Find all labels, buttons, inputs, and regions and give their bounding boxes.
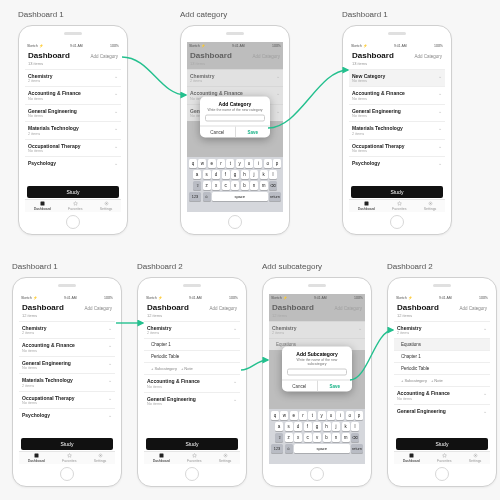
key[interactable]: y: [318, 411, 326, 420]
key[interactable]: ⌫: [351, 433, 359, 442]
key[interactable]: c: [222, 181, 230, 190]
keyboard[interactable]: qwertyuiopasdfghjkl⇧zxcvbnm⌫123☺spaceret…: [187, 157, 283, 212]
key[interactable]: x: [212, 181, 220, 190]
save-button[interactable]: Save: [317, 380, 353, 391]
category-row[interactable]: General Engineering⌄ No items: [144, 392, 240, 410]
add-category-button[interactable]: Add Category: [90, 54, 118, 59]
key[interactable]: t: [226, 159, 234, 168]
tab-dashboard[interactable]: Dashboard: [153, 453, 170, 463]
category-row[interactable]: Occupational Therapy⌄ No items: [25, 139, 121, 157]
cancel-button[interactable]: Cancel: [282, 380, 317, 391]
key[interactable]: v: [313, 433, 321, 442]
key[interactable]: f: [222, 170, 230, 179]
tab-favorites[interactable]: Favorites: [437, 453, 451, 463]
study-button[interactable]: Study: [21, 438, 113, 450]
key[interactable]: n: [250, 181, 258, 190]
category-row[interactable]: Occupational Therapy⌄ No items: [19, 391, 115, 409]
add-note-button[interactable]: + Note: [431, 378, 443, 383]
category-row[interactable]: Accounting & Finance⌄ No items: [349, 86, 445, 104]
tab-dashboard[interactable]: Dashboard: [28, 453, 45, 463]
key[interactable]: q: [271, 411, 279, 420]
category-row[interactable]: Accounting & Finance⌄ No items: [25, 86, 121, 104]
tab-dashboard[interactable]: Dashboard: [34, 201, 51, 211]
key[interactable]: y: [236, 159, 244, 168]
study-button[interactable]: Study: [27, 186, 119, 198]
key[interactable]: g: [231, 170, 239, 179]
key[interactable]: w: [198, 159, 206, 168]
category-row[interactable]: General Engineering⌄ No items: [349, 104, 445, 122]
category-row[interactable]: General Engineering⌄ No items: [25, 104, 121, 122]
tab-settings[interactable]: Settings: [469, 453, 482, 463]
add-category-button[interactable]: Add Category: [84, 306, 112, 311]
key[interactable]: ⌫: [269, 181, 277, 190]
modal-input[interactable]: [205, 114, 265, 121]
add-category-button[interactable]: Add Category: [459, 306, 487, 311]
tab-settings[interactable]: Settings: [219, 453, 232, 463]
add-category-button[interactable]: Add Category: [414, 54, 442, 59]
key[interactable]: 123: [271, 444, 283, 453]
key[interactable]: v: [231, 181, 239, 190]
add-category-button[interactable]: Add Category: [209, 306, 237, 311]
key[interactable]: e: [208, 159, 216, 168]
study-button[interactable]: Study: [396, 438, 488, 450]
key[interactable]: return: [351, 444, 363, 453]
key[interactable]: p: [355, 411, 363, 420]
category-list[interactable]: Chemistry⌄ 2 items Accounting & Finance⌄…: [25, 69, 121, 187]
category-row[interactable]: Chemistry⌄ 2 items: [25, 69, 121, 87]
key[interactable]: r: [299, 411, 307, 420]
add-subcategory-button[interactable]: + Subcategory: [151, 366, 177, 371]
key[interactable]: t: [308, 411, 316, 420]
category-row[interactable]: Chemistry⌄ 2 items: [19, 321, 115, 339]
key[interactable]: o: [346, 411, 354, 420]
key[interactable]: k: [260, 170, 268, 179]
category-list[interactable]: New Category⌄ No items Accounting & Fina…: [349, 69, 445, 187]
category-row[interactable]: Accounting & Finance⌄ No items: [19, 338, 115, 356]
key[interactable]: p: [273, 159, 281, 168]
tab-settings[interactable]: Settings: [424, 201, 437, 211]
key[interactable]: i: [336, 411, 344, 420]
subcategory-row[interactable]: Periodic Table: [144, 350, 240, 362]
subcategory-row[interactable]: Periodic Table: [394, 362, 490, 374]
key[interactable]: h: [323, 422, 331, 431]
tab-favorites[interactable]: Favorites: [392, 201, 406, 211]
key[interactable]: space: [294, 444, 350, 453]
key[interactable]: l: [351, 422, 359, 431]
key[interactable]: return: [269, 192, 281, 201]
category-row[interactable]: General Engineering⌄: [394, 404, 490, 417]
category-row[interactable]: Chemistry⌄ 2 items: [144, 321, 240, 339]
category-list[interactable]: Chemistry⌄ 2 items EquationsChapter 1Per…: [394, 321, 490, 439]
category-row[interactable]: New Category⌄ No items: [349, 69, 445, 87]
category-row[interactable]: Psychology⌄: [349, 156, 445, 169]
key[interactable]: j: [332, 422, 340, 431]
key[interactable]: x: [294, 433, 302, 442]
category-row[interactable]: Accounting & Finance⌄ No items: [394, 386, 490, 404]
subcategory-row[interactable]: Chapter 1: [144, 338, 240, 350]
modal-input[interactable]: [287, 368, 347, 375]
key[interactable]: m: [342, 433, 350, 442]
category-row[interactable]: Psychology⌄: [19, 408, 115, 421]
category-row[interactable]: Chemistry⌄ 2 items: [394, 321, 490, 339]
key[interactable]: u: [327, 411, 335, 420]
cancel-button[interactable]: Cancel: [200, 126, 235, 137]
key[interactable]: j: [250, 170, 258, 179]
key[interactable]: s: [285, 422, 293, 431]
key[interactable]: 123: [189, 192, 201, 201]
category-row[interactable]: Chemistry⌄ 2 items: [187, 69, 283, 87]
tab-favorites[interactable]: Favorites: [62, 453, 76, 463]
add-category-button[interactable]: Add Category: [252, 54, 280, 59]
study-button[interactable]: Study: [146, 438, 238, 450]
add-category-button[interactable]: Add Category: [334, 306, 362, 311]
key[interactable]: r: [217, 159, 225, 168]
key[interactable]: space: [212, 192, 268, 201]
category-row[interactable]: Materials Technology⌄ 2 items: [19, 373, 115, 391]
tab-dashboard[interactable]: Dashboard: [403, 453, 420, 463]
category-row[interactable]: General Engineering⌄ No items: [19, 356, 115, 374]
key[interactable]: z: [285, 433, 293, 442]
key[interactable]: o: [264, 159, 272, 168]
key[interactable]: h: [241, 170, 249, 179]
key[interactable]: ⇧: [193, 181, 201, 190]
key[interactable]: w: [280, 411, 288, 420]
save-button[interactable]: Save: [235, 126, 271, 137]
key[interactable]: b: [323, 433, 331, 442]
key[interactable]: ☺: [285, 444, 293, 453]
